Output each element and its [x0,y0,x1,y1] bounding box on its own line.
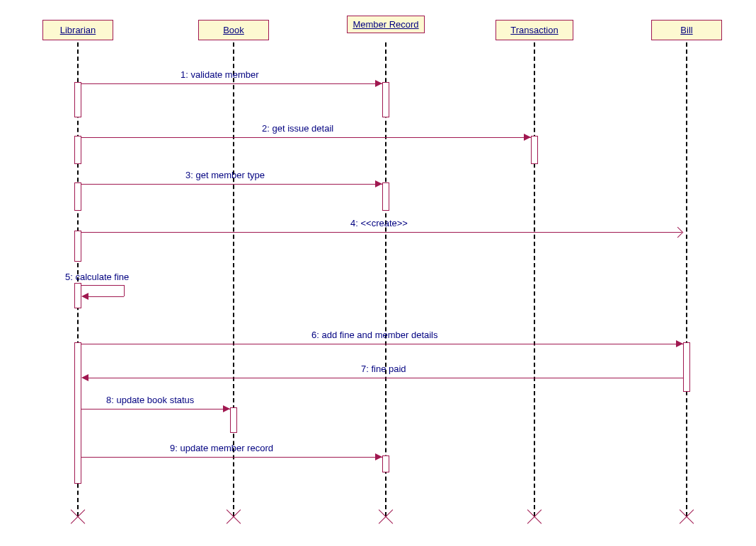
message-4-arrow [672,227,684,238]
activation-book-1 [230,407,237,433]
message-8-line [81,409,230,410]
sequence-diagram: Librarian Book Member Record Transaction… [0,0,756,546]
message-6-label: 6: add fine and member details [311,330,438,340]
message-3-label: 3: get member type [185,170,265,180]
message-1-label: 1: validate member [181,69,259,80]
destruction-book [227,509,241,523]
destruction-member-record [379,509,393,523]
participant-transaction: Transaction [496,20,573,40]
activation-librarian-2 [74,136,81,164]
message-7-arrow [81,374,88,381]
message-7-line [88,378,683,378]
activation-librarian-3 [74,182,81,211]
message-1-arrow [375,80,382,87]
participant-member-record-label: Member Record [353,19,418,30]
lifeline-bill [686,42,687,516]
participant-book: Book [198,20,269,40]
message-2-label: 2: get issue detail [262,123,333,134]
message-6-line [81,344,683,344]
activation-librarian-4 [74,231,81,262]
activation-transaction-1 [531,136,538,164]
participant-librarian: Librarian [42,20,113,40]
message-5-arrow [81,293,88,300]
activation-librarian-1 [74,82,81,117]
participant-transaction-label: Transaction [510,25,558,35]
message-1-line [81,83,382,84]
participant-book-label: Book [223,25,244,35]
message-5-label: 5: calculate fine [65,272,129,282]
participant-bill-label: Bill [680,25,692,35]
participant-bill: Bill [651,20,722,40]
message-8-label: 8: update book status [106,395,194,405]
activation-member-record-3 [382,455,389,472]
message-7-label: 7: fine paid [361,364,406,374]
message-2-arrow [524,134,531,141]
message-4-label: 4: <<create>> [350,218,408,228]
message-9-label: 9: update member record [170,443,273,453]
message-5-line-bottom [88,296,124,297]
message-4-line [81,232,682,233]
activation-librarian-5 [74,283,81,308]
activation-bill-1 [683,342,690,392]
message-5-line-top [81,285,124,286]
destruction-bill [680,509,694,523]
participant-librarian-label: Librarian [60,25,96,35]
participant-member-record: Member Record [347,16,425,33]
message-6-arrow [676,340,683,347]
activation-member-record-1 [382,82,389,117]
activation-member-record-2 [382,182,389,211]
activation-librarian-6 [74,342,81,484]
destruction-transaction [527,509,542,523]
lifeline-transaction [534,42,535,516]
message-2-line [81,137,531,138]
message-3-arrow [375,180,382,187]
message-3-line [81,184,382,185]
message-9-arrow [375,453,382,460]
destruction-librarian [71,509,85,523]
message-8-arrow [223,405,230,412]
message-9-line [81,457,382,458]
